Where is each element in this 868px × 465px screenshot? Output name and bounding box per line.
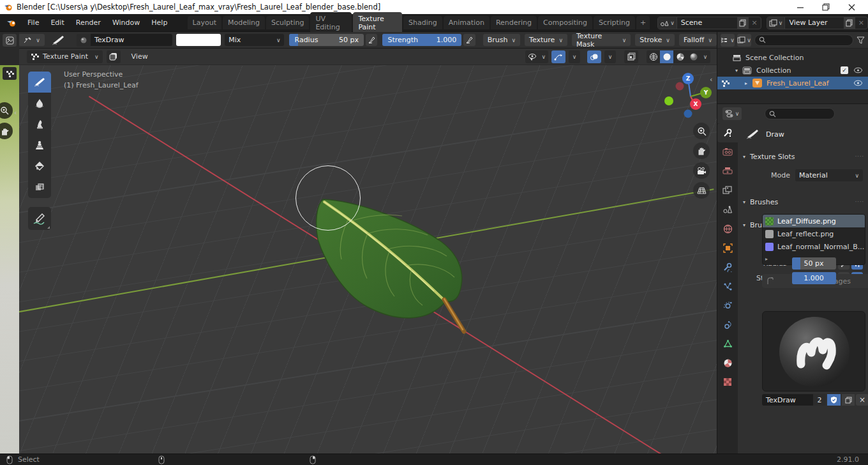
mode-dropdown[interactable]: Material∨ — [795, 169, 863, 181]
view-layer-selector[interactable]: ∨ View Layer × — [767, 17, 868, 29]
tab-object[interactable] — [717, 238, 738, 257]
brush-popover[interactable]: Brush∨ — [483, 34, 520, 46]
tab-view-layer[interactable] — [717, 181, 738, 200]
properties-editor-type-icon[interactable]: ∨ — [722, 107, 742, 120]
tool-clone-icon[interactable] — [28, 135, 51, 156]
tab-object-data[interactable] — [717, 334, 738, 353]
texture-slot-item[interactable]: Leaf_Diffuse.png — [763, 215, 865, 227]
paint-mask-icon[interactable] — [107, 50, 121, 63]
gizmo-axis-x[interactable]: X — [690, 98, 701, 110]
3d-viewport[interactable]: Texture Paint ∨ View ∨ ∨ ∨ ∨ — [19, 49, 717, 454]
blender-menu-icon[interactable] — [0, 19, 22, 27]
expand-triangle-icon[interactable]: ▸ — [745, 80, 747, 86]
outliner-row-object[interactable]: ▸ Fresh_Laurel_Leaf — [717, 77, 868, 89]
gizmos-toggle[interactable] — [551, 50, 565, 63]
texture-mask-popover[interactable]: Texture Mask∨ — [572, 34, 631, 46]
outliner-row-collection[interactable]: ▾ Collection ✓ — [717, 64, 868, 77]
radius-slider[interactable]: Radius50 px — [289, 34, 363, 46]
tab-particles[interactable] — [717, 277, 738, 296]
tab-scene[interactable] — [717, 200, 738, 219]
minimize-button[interactable] — [788, 0, 813, 14]
workspace-tab-texture-paint[interactable]: Texture Paint — [353, 12, 402, 34]
close-button[interactable] — [839, 0, 864, 14]
strength-slider[interactable]: Strength1.000 — [382, 34, 461, 46]
collapse-left-arrow[interactable]: ‹ — [14, 109, 17, 117]
strength-pressure-icon[interactable] — [463, 34, 475, 46]
eye-icon[interactable] — [853, 80, 863, 86]
interaction-mode-dropdown[interactable]: Texture Paint ∨ — [27, 50, 103, 63]
tab-world[interactable] — [717, 219, 738, 238]
outliner-display-mode-icon[interactable]: ∨ — [721, 34, 735, 47]
view-menu[interactable]: View — [127, 50, 153, 63]
object-name[interactable]: Fresh_Laurel_Leaf — [767, 79, 829, 88]
workspace-tab-layout[interactable]: Layout — [188, 16, 221, 29]
radius-slider[interactable]: 50 px — [792, 257, 836, 270]
workspace-tab-modeling[interactable]: Modeling — [223, 16, 265, 29]
viewport-pan-icon[interactable] — [693, 142, 710, 159]
outliner-row-scene-collection[interactable]: Scene Collection — [717, 51, 868, 64]
viewport-camera-icon[interactable] — [693, 162, 710, 179]
workspace-tab-animation[interactable]: Animation — [444, 16, 490, 29]
texture-slot-item[interactable]: Leaf_reflect.png — [763, 227, 865, 240]
new-view-layer-icon[interactable] — [844, 17, 855, 29]
unlink-brush-icon[interactable]: × — [856, 394, 868, 406]
tool-soften-icon[interactable] — [28, 93, 51, 114]
collapse-right-arrow[interactable]: ‹ — [710, 75, 712, 84]
remove-view-layer-icon[interactable]: × — [855, 19, 867, 27]
scene-name[interactable]: Scene — [677, 19, 737, 27]
brushes-section-header[interactable]: ▾ Brushes ···· — [743, 195, 864, 208]
workspace-tab-shading[interactable]: Shading — [403, 16, 442, 29]
expand-triangle-icon[interactable]: ▾ — [735, 68, 738, 73]
gizmo-axis-z[interactable]: Z — [682, 73, 694, 84]
brush-presets-dropdown[interactable]: ∨ — [19, 34, 45, 46]
radius-pressure-icon[interactable] — [366, 34, 377, 46]
texture-slot-item[interactable]: Leaf_normal_Normal_B... — [763, 240, 865, 253]
image-paint-mode-icon[interactable] — [3, 67, 17, 80]
xray-toggle-icon[interactable] — [624, 50, 638, 63]
restore-button[interactable] — [813, 0, 839, 14]
menu-window[interactable]: Window — [107, 16, 146, 29]
overlays-dropdown[interactable]: ∨ — [604, 50, 616, 63]
tool-smear-icon[interactable] — [28, 114, 51, 135]
outliner-search-input[interactable] — [754, 34, 853, 46]
properties-search-input[interactable] — [765, 108, 835, 119]
leaf-object[interactable] — [19, 49, 717, 454]
menu-file[interactable]: File — [22, 16, 45, 29]
tool-mask-icon[interactable] — [28, 177, 51, 198]
brush-color-swatch[interactable] — [176, 34, 221, 46]
tab-constraints[interactable] — [717, 315, 738, 334]
stroke-popover[interactable]: Stroke∨ — [635, 34, 675, 46]
tab-tool[interactable] — [717, 123, 738, 142]
menu-edit[interactable]: Edit — [45, 16, 70, 29]
expand-triangle-icon[interactable]: ▸ — [765, 256, 768, 262]
image-zoom-icon[interactable] — [0, 102, 13, 119]
tab-modifiers[interactable] — [717, 257, 738, 277]
outliner-filter-funnel-icon[interactable] — [857, 36, 865, 44]
falloff-popover[interactable]: Falloff∨ — [679, 34, 717, 46]
brush-name-field[interactable]: TexDraw — [762, 394, 813, 406]
fake-user-shield-icon[interactable] — [827, 394, 841, 406]
view-layer-name[interactable]: View Layer — [785, 19, 843, 27]
workspace-tab-rendering[interactable]: Rendering — [491, 16, 537, 29]
view-layer-icon[interactable]: ∨ — [767, 17, 786, 29]
active-brush-icon[interactable] — [51, 34, 65, 46]
gizmos-dropdown[interactable]: ∨ — [569, 50, 580, 63]
scene-selector[interactable]: ∨ Scene × — [657, 17, 761, 29]
shading-rendered-icon[interactable] — [687, 50, 700, 63]
menu-help[interactable]: Help — [146, 16, 173, 29]
tab-texture[interactable] — [717, 372, 738, 392]
unlink-scene-icon[interactable]: × — [749, 19, 761, 27]
add-workspace-button[interactable]: + — [636, 16, 650, 29]
texture-slots-section-header[interactable]: ▾ Texture Slots ···· — [743, 150, 864, 163]
collection-checkbox[interactable]: ✓ — [841, 66, 848, 74]
shading-material-icon[interactable] — [673, 50, 687, 63]
gizmo-axis-y[interactable]: Y — [700, 87, 712, 98]
brush-name-field[interactable]: TexDraw — [91, 34, 172, 46]
navigation-gizmo[interactable]: Z Y X — [661, 68, 715, 119]
strength-slider[interactable]: 1.000 — [792, 272, 836, 284]
panel-grip[interactable]: ···· — [855, 199, 864, 205]
brush-preview[interactable] — [762, 311, 865, 392]
shading-wireframe-icon[interactable] — [647, 50, 660, 63]
eye-icon[interactable] — [853, 67, 863, 73]
workspace-tab-scripting[interactable]: Scripting — [594, 16, 635, 29]
